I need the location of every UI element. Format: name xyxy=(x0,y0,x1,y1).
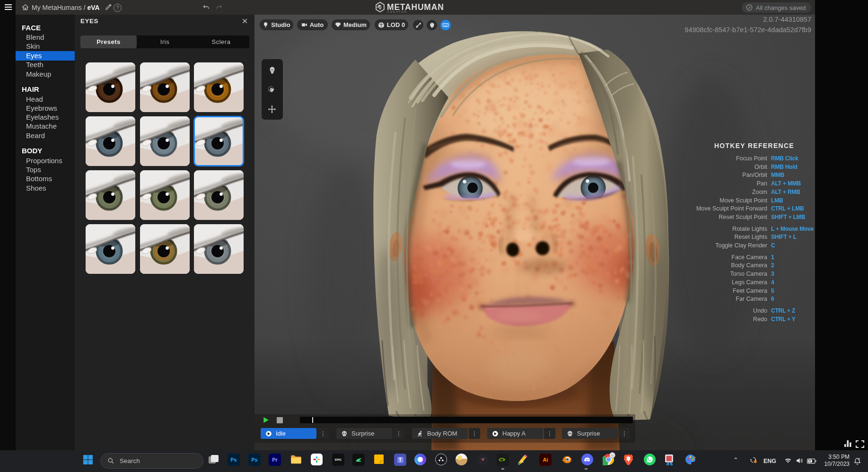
svg-text:z: z xyxy=(859,457,860,460)
